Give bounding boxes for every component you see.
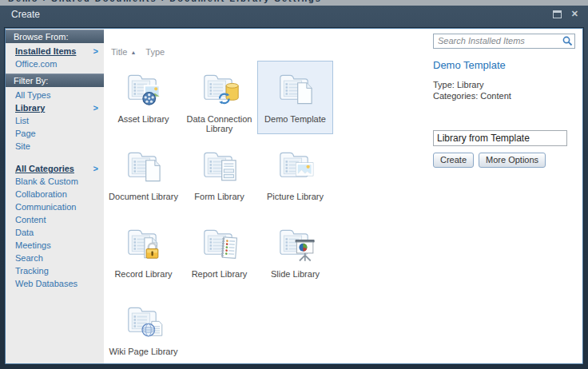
sidebar-item-label: Search bbox=[15, 253, 43, 264]
browse-from-header: Browse From: bbox=[6, 30, 104, 43]
data-connection-library-icon bbox=[198, 68, 241, 108]
sidebar-item-communication[interactable]: Communication bbox=[6, 201, 104, 214]
sidebar-item-web-databases[interactable]: Web Databases bbox=[6, 278, 104, 291]
sidebar-item-blank-custom[interactable]: Blank & Custom bbox=[6, 176, 104, 188]
sidebar-item-all-types[interactable]: All Types bbox=[6, 89, 104, 102]
selected-template-categories: Categories: Content bbox=[433, 90, 575, 101]
category-filter-list: All Categories>Blank & CustomCollaborati… bbox=[6, 163, 104, 291]
create-dialog: Create ✕ Browse From: Installed Items>Of… bbox=[0, 6, 588, 369]
close-icon[interactable]: ✕ bbox=[571, 10, 578, 18]
dialog-frame: Browse From: Installed Items>Office.com … bbox=[5, 28, 583, 364]
sort-by-title[interactable]: Title bbox=[111, 47, 127, 57]
filter-by-header: Filter By: bbox=[6, 73, 104, 87]
sidebar-item-list[interactable]: List bbox=[6, 115, 104, 128]
sidebar-item-label: Web Databases bbox=[15, 279, 77, 289]
window-buttons: ✕ bbox=[553, 10, 578, 18]
template-tile-label: Asset Library bbox=[117, 114, 169, 124]
template-tile-picture-library[interactable]: Picture Library bbox=[257, 138, 333, 212]
sidebar-item-all-categories[interactable]: All Categories> bbox=[6, 163, 104, 176]
sidebar-item-label: Tracking bbox=[15, 266, 49, 276]
background-page-text: Demo › Shared Documents › Document Libra… bbox=[8, 0, 322, 3]
template-tile-label: Record Library bbox=[114, 269, 172, 279]
sidebar-item-content[interactable]: Content bbox=[6, 214, 104, 227]
record-library-icon bbox=[122, 223, 165, 263]
sidebar-item-collaboration[interactable]: Collaboration bbox=[6, 188, 104, 201]
sidebar-item-label: Office.com bbox=[15, 59, 57, 69]
sidebar-item-page[interactable]: Page bbox=[6, 128, 104, 141]
template-tile-document-library[interactable]: Document Library bbox=[105, 138, 181, 212]
chevron-right-icon: > bbox=[93, 46, 98, 57]
sidebar-item-label: Installed Items bbox=[15, 46, 76, 57]
sidebar-item-label: All Types bbox=[15, 90, 50, 101]
sidebar-item-label: Library bbox=[15, 103, 45, 113]
chevron-right-icon: > bbox=[93, 164, 98, 174]
template-grid: Asset LibraryData Connection LibraryDemo… bbox=[105, 61, 336, 369]
type-filter-list: All TypesLibrary>ListPageSite bbox=[6, 89, 104, 153]
sidebar-item-label: Site bbox=[15, 141, 30, 152]
template-tile-report-library[interactable]: Report Library bbox=[181, 216, 257, 289]
more-options-button[interactable]: More Options bbox=[479, 153, 546, 168]
main-area: Title ▲ Type Asset LibraryData Connectio… bbox=[104, 29, 582, 363]
dialog-titlebar: Create ✕ bbox=[0, 6, 588, 22]
sidebar: Browse From: Installed Items>Office.com … bbox=[6, 29, 104, 363]
background-page: Demo › Shared Documents › Document Libra… bbox=[0, 0, 588, 6]
template-tile-wiki-page-library[interactable]: Wiki Page Library bbox=[105, 293, 181, 367]
sidebar-item-tracking[interactable]: Tracking bbox=[6, 265, 104, 278]
sidebar-item-installed-items[interactable]: Installed Items> bbox=[6, 46, 104, 58]
template-tile-slide-library[interactable]: Slide Library bbox=[257, 216, 333, 289]
new-item-name-input[interactable] bbox=[433, 130, 567, 146]
search-box bbox=[433, 33, 575, 49]
chevron-right-icon: > bbox=[93, 103, 98, 113]
asset-library-icon bbox=[122, 68, 165, 108]
sidebar-item-label: List bbox=[15, 116, 29, 126]
document-library-icon bbox=[122, 145, 165, 185]
template-tile-label: Picture Library bbox=[267, 192, 324, 201]
sidebar-item-label: Meetings bbox=[15, 240, 51, 251]
form-library-icon bbox=[198, 145, 241, 185]
sidebar-item-label: Collaboration bbox=[15, 189, 67, 200]
sidebar-item-site[interactable]: Site bbox=[6, 141, 104, 153]
details-panel: Demo Template Type: Library Categories: … bbox=[433, 33, 575, 168]
selected-template-title: Demo Template bbox=[433, 59, 575, 71]
magnifier-icon[interactable] bbox=[562, 35, 573, 46]
action-buttons: Create More Options bbox=[433, 153, 575, 168]
template-tile-form-library[interactable]: Form Library bbox=[181, 138, 257, 212]
search-input[interactable] bbox=[433, 34, 575, 49]
sidebar-item-label: Data bbox=[15, 228, 34, 238]
slide-library-icon bbox=[274, 223, 317, 263]
create-button[interactable]: Create bbox=[433, 153, 474, 168]
sidebar-item-data[interactable]: Data bbox=[6, 227, 104, 240]
template-tile-label: Demo Template bbox=[264, 114, 326, 124]
dialog-title: Create bbox=[11, 9, 40, 20]
sort-ascending-icon: ▲ bbox=[130, 50, 136, 55]
template-tile-label: Document Library bbox=[109, 192, 178, 201]
template-tile-label: Report Library bbox=[192, 269, 248, 279]
template-tile-demo-template[interactable]: Demo Template bbox=[257, 61, 333, 134]
template-tile-record-library[interactable]: Record Library bbox=[105, 216, 181, 289]
sidebar-divider bbox=[6, 156, 104, 162]
sidebar-item-meetings[interactable]: Meetings bbox=[6, 240, 104, 252]
maximize-icon[interactable] bbox=[553, 10, 562, 18]
sidebar-item-office-com[interactable]: Office.com bbox=[6, 58, 104, 71]
template-tile-label: Slide Library bbox=[271, 269, 320, 279]
sidebar-item-library[interactable]: Library> bbox=[6, 102, 104, 115]
template-tile-label: Form Library bbox=[194, 192, 244, 201]
picture-library-icon bbox=[274, 145, 317, 185]
sidebar-item-label: Content bbox=[15, 215, 46, 225]
selected-template-type: Type: Library bbox=[433, 79, 575, 90]
sidebar-item-label: Page bbox=[15, 129, 36, 139]
browse-from-list: Installed Items>Office.com bbox=[6, 46, 104, 71]
sidebar-item-label: Blank & Custom bbox=[15, 177, 78, 187]
template-tile-label: Wiki Page Library bbox=[109, 347, 177, 356]
wiki-page-library-icon bbox=[122, 300, 165, 340]
template-tile-label: Data Connection Library bbox=[184, 114, 256, 133]
template-tile-asset-library[interactable]: Asset Library bbox=[105, 61, 181, 134]
demo-template-icon bbox=[274, 68, 317, 108]
report-library-icon bbox=[198, 223, 241, 263]
sidebar-item-label: Communication bbox=[15, 202, 76, 212]
sidebar-item-label: All Categories bbox=[15, 164, 74, 174]
sidebar-item-search[interactable]: Search bbox=[6, 252, 104, 265]
sort-by-type[interactable]: Type bbox=[145, 47, 165, 57]
template-tile-data-connection-library[interactable]: Data Connection Library bbox=[181, 61, 257, 134]
